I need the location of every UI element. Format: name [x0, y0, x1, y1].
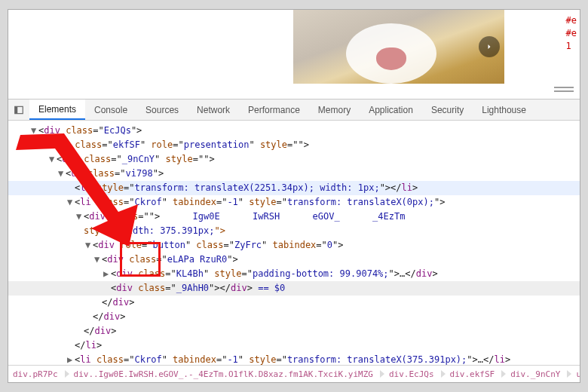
preview-image: [293, 10, 504, 84]
dom-row[interactable]: </div>: [8, 324, 580, 338]
dom-row[interactable]: <div class="_9AhH0"></div> == $0: [8, 281, 580, 296]
page-preview-strip: #e #e 1: [8, 10, 580, 100]
styles-sidebar-snippet: #e #e 1: [566, 14, 577, 52]
svg-rect-1: [15, 106, 18, 113]
dom-row[interactable]: ▼<div class="EcJQs">: [8, 124, 580, 138]
dom-row[interactable]: <li style="transform: translateX(2251.34…: [8, 181, 580, 195]
dock-side-button[interactable]: [8, 100, 29, 120]
breadcrumb-item[interactable]: div._9nCnY: [501, 369, 567, 379]
dock-icon: [14, 105, 24, 115]
tab-performance[interactable]: Performance: [239, 100, 309, 120]
dom-row[interactable]: ▼<div class="eLAPa RzuR0">: [8, 253, 580, 267]
dom-row[interactable]: ▼<ul class="vi798">: [8, 167, 580, 181]
dom-row[interactable]: ▼<div role="button" class="ZyFrc" tabind…: [8, 238, 580, 253]
devtools-tab-bar: ElementsConsoleSourcesNetworkPerformance…: [8, 100, 580, 121]
chevron-right-icon: [485, 42, 494, 51]
dom-row[interactable]: </div>: [8, 296, 580, 310]
carousel-next-button[interactable]: [479, 36, 500, 57]
dom-row[interactable]: ▼<li class="Ckrof" tabindex="-1" style="…: [8, 195, 580, 210]
elements-breadcrumb[interactable]: div.pR7Pcdiv..Igw0E.IwRSH.eGOV_.-_4EzTm.…: [8, 365, 580, 382]
dom-row[interactable]: </li>: [8, 338, 580, 353]
dom-row[interactable]: style="width: 375.391px;">: [8, 224, 580, 238]
elements-dom-tree[interactable]: ▼<div class="EcJQs">▼<div class="ekfSF" …: [8, 121, 580, 383]
tab-security[interactable]: Security: [422, 100, 473, 120]
breadcrumb-item[interactable]: div..Igw0E.IwRSH.eGOV_.-_4EzTm.O1flK.D8x…: [65, 369, 380, 379]
tab-sources[interactable]: Sources: [136, 100, 188, 120]
tab-elements[interactable]: Elements: [29, 100, 85, 120]
breadcrumb-item[interactable]: ul.vi798: [567, 369, 580, 379]
breadcrumb-item[interactable]: div.EcJQs: [380, 369, 441, 379]
dom-row[interactable]: </div>: [8, 310, 580, 324]
pane-resize-handle[interactable]: [553, 85, 575, 94]
dom-row[interactable]: ▶<div class="KL4Bh" style="padding-botto…: [8, 267, 580, 281]
breadcrumb-item[interactable]: div.pR7Pc: [13, 369, 65, 379]
dom-row[interactable]: ▼<div class=""> Igw0E IwRSH eGOV_ _4EzTm: [8, 210, 580, 224]
breadcrumb-item[interactable]: div.ekfSF: [441, 369, 502, 379]
tab-application[interactable]: Application: [360, 100, 422, 120]
dom-row[interactable]: ▼<div class="_9nCnY" style="">: [8, 152, 580, 167]
tab-memory[interactable]: Memory: [309, 100, 360, 120]
tab-lighthouse[interactable]: Lighthouse: [473, 100, 535, 120]
tab-network[interactable]: Network: [188, 100, 239, 120]
tab-console[interactable]: Console: [85, 100, 136, 120]
dom-row[interactable]: ▼<div class="ekfSF" role="presentation" …: [8, 138, 580, 152]
